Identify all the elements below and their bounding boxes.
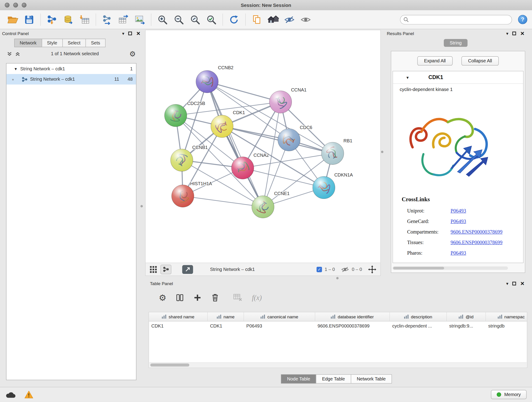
cell-name[interactable]: CDK1: [208, 323, 244, 328]
crosslink-link[interactable]: P06493: [451, 219, 466, 224]
cell-shared-name[interactable]: CDK1: [149, 323, 208, 328]
collapse-all-button[interactable]: Collapse All: [461, 56, 499, 65]
show-columns-icon[interactable]: [176, 294, 184, 302]
table-row[interactable]: CDK1 CDK1 P06493 9606.ENSP00000378699 cy…: [149, 321, 527, 330]
collection-expand-icon[interactable]: ▾: [15, 66, 17, 71]
copy-button[interactable]: [249, 12, 265, 27]
column-header-description[interactable]: description: [390, 312, 447, 321]
pan-crosshair-icon[interactable]: [368, 265, 376, 274]
network-edge[interactable]: [207, 82, 280, 102]
memory-button[interactable]: Memory: [491, 390, 526, 399]
network-row[interactable]: ● String Network – cdk1 11 48: [6, 74, 136, 85]
cell-canonical-name[interactable]: P06493: [244, 323, 315, 328]
show-all-button[interactable]: [298, 12, 314, 27]
tab-style[interactable]: Style: [41, 39, 63, 47]
control-panel-float-icon[interactable]: ▾: [122, 31, 124, 35]
tab-network[interactable]: Network: [14, 39, 42, 47]
crosslink-link[interactable]: P06493: [451, 250, 466, 256]
minimize-window-button[interactable]: [13, 3, 18, 7]
apply-layout-button[interactable]: [226, 12, 242, 27]
column-header-database-identifier[interactable]: database identifier: [315, 312, 390, 321]
results-panel-maximize-icon[interactable]: [513, 32, 516, 35]
tab-network-table[interactable]: Network Table: [351, 374, 392, 383]
expand-all-button[interactable]: Expand All: [417, 56, 452, 65]
export-network-button[interactable]: [99, 12, 115, 27]
collapse-all-tree-icon[interactable]: [7, 51, 12, 56]
network-collection-row[interactable]: ▾ String Network – cdk1 1: [6, 64, 136, 74]
results-panel-float-icon[interactable]: ▾: [506, 31, 508, 35]
network-edge[interactable]: [183, 196, 263, 207]
import-network-file-button[interactable]: [44, 12, 60, 27]
tab-string[interactable]: String: [444, 39, 468, 47]
protein-collapse-icon[interactable]: ▾: [406, 75, 409, 80]
network-node-cdkn1a[interactable]: CDKN1A: [313, 172, 353, 199]
results-panel-close-icon[interactable]: ✕: [520, 31, 525, 36]
control-panel-maximize-icon[interactable]: [128, 32, 132, 35]
column-header-id[interactable]: @id: [447, 312, 486, 321]
network-graph[interactable]: CCNB2CCNA1CDC25BCDK1CDC6RB1CCNB1CCNA2CDK…: [146, 30, 380, 263]
search-input[interactable]: [400, 15, 512, 24]
results-horizontal-scrollbar[interactable]: [393, 266, 508, 270]
splitter-handle[interactable]: [336, 277, 339, 279]
tab-node-table[interactable]: Node Table: [281, 374, 316, 383]
crosslink-link[interactable]: P06493: [451, 208, 466, 214]
add-column-icon[interactable]: [194, 294, 202, 302]
help-button[interactable]: ?: [518, 15, 527, 24]
network-node-ccnb1[interactable]: CCNB1: [171, 145, 208, 171]
open-session-button[interactable]: [5, 12, 21, 27]
tab-sets[interactable]: Sets: [85, 39, 105, 47]
selected-checkbox[interactable]: ✓: [317, 267, 322, 272]
hidden-eye-slash-icon[interactable]: [341, 266, 349, 273]
import-table-file-button[interactable]: [76, 12, 93, 27]
column-header-name[interactable]: name: [208, 312, 244, 321]
control-panel-close-icon[interactable]: ✕: [136, 31, 140, 36]
network-node-ccna1[interactable]: CCNA1: [269, 87, 307, 113]
warning-icon[interactable]: [25, 390, 33, 399]
cell-description[interactable]: cyclin-dependent ...: [390, 323, 447, 328]
zoom-out-button[interactable]: [171, 12, 187, 27]
network-node-ccnb2[interactable]: CCNB2: [196, 65, 234, 93]
tab-select[interactable]: Select: [62, 39, 86, 47]
crosslink-link[interactable]: 9606.ENSP00000378699: [451, 229, 502, 235]
cloud-icon[interactable]: [6, 391, 16, 398]
table-panel-close-icon[interactable]: ✕: [520, 281, 525, 286]
splitter-handle[interactable]: [140, 205, 143, 207]
tab-edge-table[interactable]: Edge Table: [316, 374, 351, 383]
network-canvas[interactable]: CCNB2CCNA1CDC25BCDK1CDC6RB1CCNB1CCNA2CDK…: [145, 30, 381, 263]
import-network-database-button[interactable]: [60, 12, 76, 27]
delete-column-trash-icon[interactable]: [211, 293, 220, 302]
table-horizontal-scrollbar[interactable]: [149, 363, 527, 367]
network-node-rb1[interactable]: RB1: [322, 138, 352, 165]
network-edge[interactable]: [207, 82, 263, 207]
network-node-cdk1[interactable]: CDK1: [211, 110, 245, 138]
maximize-window-button[interactable]: [22, 3, 27, 7]
column-header-canonical-name[interactable]: canonical name: [244, 312, 315, 321]
cell-id[interactable]: stringdb:9...: [447, 323, 486, 328]
zoom-selected-button[interactable]: [203, 12, 220, 27]
scrollbar-thumb[interactable]: [150, 364, 189, 366]
string-home-button[interactable]: [265, 12, 281, 27]
export-table-button[interactable]: [115, 12, 132, 27]
crosslink-link[interactable]: 9606.ENSP00000378699: [451, 240, 502, 245]
export-image-button[interactable]: [132, 12, 148, 27]
close-window-button[interactable]: [5, 3, 10, 7]
splitter-handle[interactable]: [381, 151, 383, 153]
table-options-gear-icon[interactable]: ⚙: [159, 293, 166, 302]
expand-all-tree-icon[interactable]: [15, 51, 20, 56]
save-session-button[interactable]: [21, 12, 37, 27]
hide-selected-button[interactable]: [281, 12, 298, 27]
table-panel-float-icon[interactable]: ▾: [506, 281, 508, 286]
network-options-gear-icon[interactable]: ⚙: [129, 50, 136, 57]
grid-view-icon[interactable]: [150, 266, 157, 273]
table-panel-maximize-icon[interactable]: [513, 281, 516, 285]
cell-database-identifier[interactable]: 9606.ENSP00000378699: [315, 323, 390, 328]
column-header-namespace[interactable]: namespac: [486, 312, 527, 321]
detach-view-button[interactable]: [182, 265, 193, 274]
zoom-in-button[interactable]: [154, 12, 171, 27]
network-node-hist1h1a[interactable]: HIST1H1A: [172, 181, 212, 207]
column-header-shared-name[interactable]: shared name: [149, 312, 208, 321]
network-edge[interactable]: [222, 126, 333, 153]
cell-namespace[interactable]: stringdb: [486, 323, 527, 328]
zoom-fit-button[interactable]: [187, 12, 203, 27]
network-view-mode-button[interactable]: [160, 264, 171, 274]
